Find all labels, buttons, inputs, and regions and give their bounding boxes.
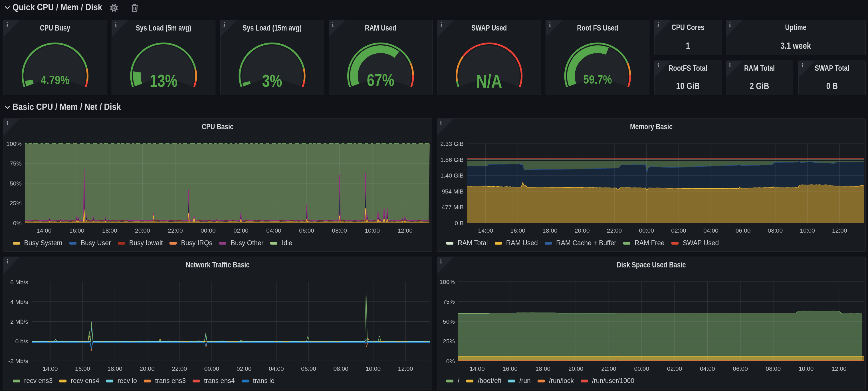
svg-text:N/A: N/A <box>476 70 502 92</box>
svg-text:08:00: 08:00 <box>333 365 348 372</box>
svg-text:1.86 GiB: 1.86 GiB <box>440 156 464 163</box>
svg-text:0%: 0% <box>446 358 455 364</box>
svg-text:20:00: 20:00 <box>575 227 590 234</box>
svg-text:06:00: 06:00 <box>301 365 316 372</box>
svg-text:22:00: 22:00 <box>607 227 622 234</box>
svg-text:12:00: 12:00 <box>832 365 846 372</box>
svg-text:18:00: 18:00 <box>102 227 117 234</box>
svg-text:02:00: 02:00 <box>237 365 252 372</box>
svg-text:12:00: 12:00 <box>398 227 412 234</box>
svg-text:12:00: 12:00 <box>398 365 413 372</box>
svg-text:2 Mb/s: 2 Mb/s <box>10 318 28 325</box>
svg-text:75%: 75% <box>10 160 22 167</box>
svg-text:14:00: 14:00 <box>478 227 493 234</box>
svg-text:67%: 67% <box>367 70 394 89</box>
svg-text:08:00: 08:00 <box>332 227 347 234</box>
svg-text:02:00: 02:00 <box>671 227 686 234</box>
svg-text:0%: 0% <box>13 220 22 226</box>
svg-text:06:00: 06:00 <box>299 227 314 234</box>
svg-text:25%: 25% <box>10 200 22 206</box>
svg-text:22:00: 22:00 <box>601 365 616 372</box>
svg-text:04:00: 04:00 <box>703 227 718 234</box>
svg-text:18:00: 18:00 <box>542 227 558 234</box>
svg-text:10:00: 10:00 <box>799 365 814 372</box>
svg-text:18:00: 18:00 <box>535 365 551 372</box>
svg-text:59.7%: 59.7% <box>583 72 612 86</box>
svg-text:25%: 25% <box>443 338 455 344</box>
svg-text:100%: 100% <box>439 278 455 285</box>
svg-text:14:00: 14:00 <box>470 365 485 372</box>
svg-text:18:00: 18:00 <box>107 365 122 372</box>
svg-text:10:00: 10:00 <box>800 227 815 234</box>
svg-text:04:00: 04:00 <box>269 365 284 372</box>
svg-text:100%: 100% <box>6 141 22 147</box>
svg-text:0 b/s: 0 b/s <box>15 338 28 344</box>
svg-text:1.40 GiB: 1.40 GiB <box>440 172 464 179</box>
svg-text:4.79%: 4.79% <box>41 73 70 87</box>
svg-text:22:00: 22:00 <box>168 227 183 234</box>
svg-text:954 MiB: 954 MiB <box>442 188 464 194</box>
svg-text:06:00: 06:00 <box>736 227 751 234</box>
svg-text:12:00: 12:00 <box>832 227 847 234</box>
svg-text:20:00: 20:00 <box>140 365 155 372</box>
svg-text:00:00: 00:00 <box>204 365 219 372</box>
svg-text:20:00: 20:00 <box>135 227 150 234</box>
svg-text:0 B: 0 B <box>455 220 464 226</box>
svg-text:16:00: 16:00 <box>75 365 90 372</box>
svg-text:16:00: 16:00 <box>510 227 525 234</box>
svg-text:08:00: 08:00 <box>766 365 781 372</box>
svg-text:14:00: 14:00 <box>36 227 52 234</box>
svg-text:4 Mb/s: 4 Mb/s <box>10 299 28 305</box>
svg-text:22:00: 22:00 <box>172 365 187 372</box>
svg-text:3%: 3% <box>262 71 282 90</box>
svg-text:16:00: 16:00 <box>69 227 85 234</box>
svg-text:02:00: 02:00 <box>234 227 249 234</box>
svg-text:02:00: 02:00 <box>667 365 682 372</box>
svg-text:50%: 50% <box>10 180 22 187</box>
svg-text:06:00: 06:00 <box>733 365 748 372</box>
svg-text:13%: 13% <box>150 71 178 90</box>
svg-text:10:00: 10:00 <box>365 227 380 234</box>
svg-text:00:00: 00:00 <box>639 227 654 234</box>
svg-text:08:00: 08:00 <box>768 227 783 234</box>
svg-text:04:00: 04:00 <box>700 365 715 372</box>
svg-text:00:00: 00:00 <box>200 227 216 234</box>
svg-text:14:00: 14:00 <box>43 365 58 372</box>
svg-text:75%: 75% <box>443 298 455 305</box>
svg-text:16:00: 16:00 <box>502 365 518 372</box>
svg-text:6 Mb/s: 6 Mb/s <box>10 279 28 285</box>
svg-text:20:00: 20:00 <box>568 365 584 372</box>
svg-text:10:00: 10:00 <box>366 365 381 372</box>
svg-text:-2 Mb/s: -2 Mb/s <box>8 358 28 364</box>
svg-text:50%: 50% <box>443 318 455 325</box>
svg-text:04:00: 04:00 <box>266 227 281 234</box>
svg-text:00:00: 00:00 <box>634 365 649 372</box>
svg-text:477 MiB: 477 MiB <box>442 204 464 210</box>
svg-text:2.33 GiB: 2.33 GiB <box>440 141 464 147</box>
